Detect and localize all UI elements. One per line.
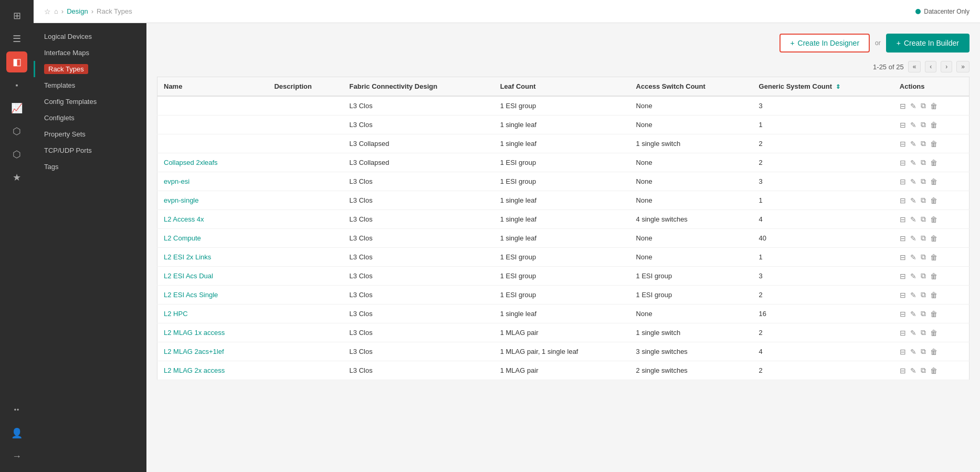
action-edit-icon[interactable]: ✎ — [910, 234, 916, 243]
action-view-icon[interactable]: ⊟ — [900, 215, 906, 224]
action-delete-icon[interactable]: 🗑 — [930, 234, 937, 243]
action-edit-icon[interactable]: ✎ — [910, 121, 916, 129]
action-copy-icon[interactable]: ⧉ — [921, 328, 926, 337]
action-copy-icon[interactable]: ⧉ — [921, 290, 926, 299]
pagination-last[interactable]: » — [956, 61, 970, 72]
action-edit-icon[interactable]: ✎ — [910, 253, 916, 261]
rack-type-link[interactable]: L2 ESI 2x Links — [164, 253, 211, 261]
action-copy-icon[interactable]: ⧉ — [921, 196, 926, 205]
menu-logical-devices[interactable]: Logical Devices — [34, 28, 146, 45]
action-edit-icon[interactable]: ✎ — [910, 159, 916, 167]
action-delete-icon[interactable]: 🗑 — [930, 366, 937, 375]
action-view-icon[interactable]: ⊟ — [900, 272, 906, 280]
create-in-designer-button[interactable]: + Create In Designer — [779, 34, 870, 53]
action-delete-icon[interactable]: 🗑 — [930, 272, 937, 280]
menu-tcp-udp-ports[interactable]: TCP/UDP Ports — [34, 142, 146, 159]
sidebar-icon-arrow[interactable]: → — [6, 446, 27, 467]
sidebar-icon-device[interactable]: ▪ — [6, 75, 27, 96]
action-edit-icon[interactable]: ✎ — [910, 272, 916, 280]
rack-type-link[interactable]: L2 HPC — [164, 310, 188, 318]
action-copy-icon[interactable]: ⧉ — [921, 309, 926, 318]
menu-property-sets[interactable]: Property Sets — [34, 126, 146, 142]
action-copy-icon[interactable]: ⧉ — [921, 366, 926, 375]
action-delete-icon[interactable]: 🗑 — [930, 140, 937, 148]
action-copy-icon[interactable]: ⧉ — [921, 253, 926, 261]
action-view-icon[interactable]: ⊟ — [900, 253, 906, 261]
action-view-icon[interactable]: ⊟ — [900, 140, 906, 148]
action-edit-icon[interactable]: ✎ — [910, 310, 916, 318]
rack-type-link[interactable]: L2 MLAG 2x access — [164, 366, 225, 374]
action-view-icon[interactable]: ⊟ — [900, 121, 906, 129]
sidebar-icon-star[interactable]: ★ — [6, 167, 27, 188]
action-view-icon[interactable]: ⊟ — [900, 291, 906, 299]
rack-type-link[interactable]: L2 ESI Acs Dual — [164, 272, 213, 280]
menu-config-templates[interactable]: Config Templates — [34, 93, 146, 110]
action-copy-icon[interactable]: ⧉ — [921, 234, 926, 243]
action-delete-icon[interactable]: 🗑 — [930, 177, 937, 186]
action-edit-icon[interactable]: ✎ — [910, 329, 916, 337]
action-copy-icon[interactable]: ⧉ — [921, 177, 926, 186]
action-delete-icon[interactable]: 🗑 — [930, 291, 937, 299]
action-view-icon[interactable]: ⊟ — [900, 159, 906, 167]
action-copy-icon[interactable]: ⧉ — [921, 120, 926, 129]
action-view-icon[interactable]: ⊟ — [900, 310, 906, 318]
rack-type-link[interactable]: evpn-esi — [164, 177, 189, 185]
action-delete-icon[interactable]: 🗑 — [930, 159, 937, 167]
action-edit-icon[interactable]: ✎ — [910, 196, 916, 205]
menu-templates[interactable]: Templates — [34, 77, 146, 93]
rack-type-link[interactable]: L2 Access 4x — [164, 215, 204, 223]
star-icon[interactable]: ☆ — [44, 7, 51, 16]
menu-interface-maps[interactable]: Interface Maps — [34, 45, 146, 61]
action-copy-icon[interactable]: ⧉ — [921, 158, 926, 167]
action-view-icon[interactable]: ⊟ — [900, 329, 906, 337]
col-header-generic-system-count[interactable]: Generic System Count ⇕ — [753, 77, 893, 97]
breadcrumb-design[interactable]: Design — [67, 7, 88, 15]
pagination-first[interactable]: « — [908, 61, 921, 72]
menu-tags[interactable]: Tags — [34, 159, 146, 175]
action-copy-icon[interactable]: ⧉ — [921, 101, 926, 110]
menu-configlets[interactable]: Configlets — [34, 110, 146, 126]
action-view-icon[interactable]: ⊟ — [900, 234, 906, 243]
rack-type-link[interactable]: L2 ESI Acs Single — [164, 291, 218, 299]
action-delete-icon[interactable]: 🗑 — [930, 102, 937, 110]
rack-type-link[interactable]: evpn-single — [164, 196, 199, 204]
action-copy-icon[interactable]: ⧉ — [921, 215, 926, 224]
sidebar-icon-design[interactable]: ◧ — [6, 51, 27, 72]
action-edit-icon[interactable]: ✎ — [910, 177, 916, 186]
action-copy-icon[interactable]: ⧉ — [921, 139, 926, 148]
menu-rack-types[interactable]: Rack Types — [34, 61, 146, 77]
sidebar-icon-chart[interactable]: 📈 — [6, 98, 27, 119]
action-delete-icon[interactable]: 🗑 — [930, 310, 937, 318]
sidebar-icon-user[interactable]: 👤 — [6, 423, 27, 444]
action-delete-icon[interactable]: 🗑 — [930, 196, 937, 205]
action-copy-icon[interactable]: ⧉ — [921, 347, 926, 356]
action-delete-icon[interactable]: 🗑 — [930, 253, 937, 261]
action-copy-icon[interactable]: ⧉ — [921, 271, 926, 280]
rack-type-link[interactable]: Collapsed 2xleafs — [164, 159, 218, 166]
rack-type-link[interactable]: L2 MLAG 2acs+1lef — [164, 348, 224, 355]
action-view-icon[interactable]: ⊟ — [900, 102, 906, 110]
sidebar-icon-network[interactable]: ⬡ — [6, 121, 27, 142]
action-view-icon[interactable]: ⊟ — [900, 196, 906, 205]
action-view-icon[interactable]: ⊟ — [900, 177, 906, 186]
action-view-icon[interactable]: ⊟ — [900, 348, 906, 356]
action-delete-icon[interactable]: 🗑 — [930, 329, 937, 337]
rack-type-link[interactable]: L2 MLAG 1x access — [164, 329, 225, 337]
rack-type-link[interactable]: L2 Compute — [164, 234, 201, 242]
action-view-icon[interactable]: ⊟ — [900, 366, 906, 375]
create-in-builder-button[interactable]: + Create In Builder — [886, 34, 970, 53]
home-icon[interactable]: ⌂ — [54, 7, 58, 15]
action-delete-icon[interactable]: 🗑 — [930, 121, 937, 129]
sidebar-icon-list[interactable]: ☰ — [6, 28, 27, 49]
action-delete-icon[interactable]: 🗑 — [930, 215, 937, 224]
pagination-next[interactable]: › — [941, 61, 952, 72]
action-edit-icon[interactable]: ✎ — [910, 215, 916, 224]
action-edit-icon[interactable]: ✎ — [910, 366, 916, 375]
action-edit-icon[interactable]: ✎ — [910, 140, 916, 148]
sidebar-icon-package[interactable]: ⬡ — [6, 144, 27, 165]
sidebar-icon-grid[interactable]: ⊞ — [6, 5, 27, 26]
pagination-prev[interactable]: ‹ — [925, 61, 936, 72]
action-delete-icon[interactable]: 🗑 — [930, 348, 937, 356]
action-edit-icon[interactable]: ✎ — [910, 102, 916, 110]
action-edit-icon[interactable]: ✎ — [910, 348, 916, 356]
